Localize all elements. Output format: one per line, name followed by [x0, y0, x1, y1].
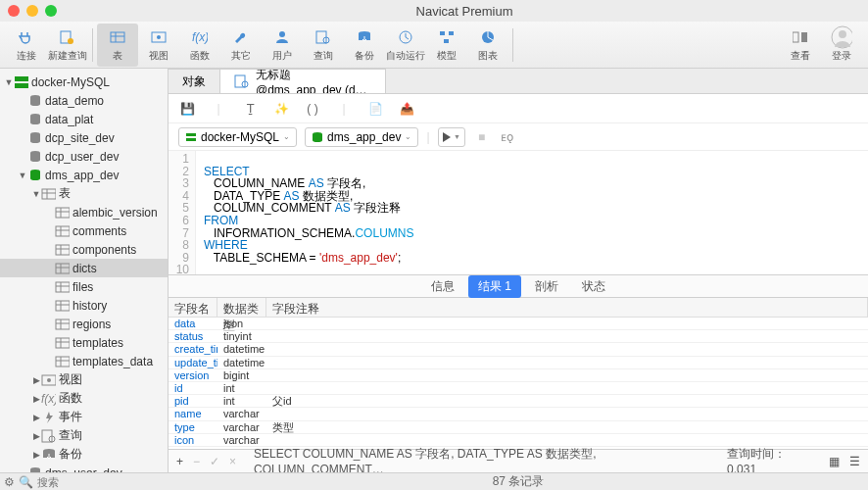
- result-row[interactable]: pidint父id: [169, 395, 868, 408]
- tree-node[interactable]: components: [0, 240, 168, 259]
- cell[interactable]: pid: [169, 395, 217, 407]
- cell[interactable]: [266, 357, 868, 368]
- toolbar-query[interactable]: 查询: [303, 24, 344, 67]
- cell[interactable]: type: [169, 421, 217, 433]
- column-header[interactable]: 数据类型: [217, 298, 266, 317]
- toolbar-view[interactable]: 视图: [138, 24, 179, 67]
- cell[interactable]: [266, 382, 868, 394]
- toolbar-panes[interactable]: 查看: [780, 24, 821, 67]
- toolbar-wrench[interactable]: 其它: [220, 24, 262, 67]
- result-row[interactable]: iconvarchar: [169, 434, 868, 447]
- disclosure-icon[interactable]: ▶: [31, 394, 41, 404]
- tree-node[interactable]: ▶视图: [0, 370, 168, 389]
- tree-node[interactable]: data_demo: [0, 91, 168, 110]
- result-row[interactable]: statustinyint: [169, 330, 868, 343]
- toolbar-user[interactable]: 用户: [262, 24, 303, 67]
- result-row[interactable]: idint: [169, 382, 868, 395]
- export-icon[interactable]: 📤: [398, 100, 415, 118]
- zoom-icon[interactable]: [45, 5, 57, 17]
- tree-node[interactable]: dms_user_dev: [0, 464, 168, 472]
- wand-icon[interactable]: ✨: [272, 100, 290, 118]
- toolbar-clock[interactable]: 自动运行: [385, 24, 426, 67]
- result-row[interactable]: versionbigint: [169, 369, 868, 382]
- disclosure-icon[interactable]: ▼: [4, 77, 14, 87]
- save-icon[interactable]: 💾: [178, 100, 196, 118]
- settings-icon[interactable]: ⚙: [4, 475, 15, 489]
- result-tab[interactable]: 信息: [421, 275, 464, 298]
- document-tab[interactable]: 对象: [169, 69, 220, 93]
- toolbar-table[interactable]: 表: [97, 24, 138, 67]
- result-row[interactable]: typevarchar类型: [169, 421, 868, 434]
- toolbar-newq[interactable]: 新建查询: [47, 24, 88, 67]
- form-view-icon[interactable]: ☰: [849, 455, 860, 468]
- cell[interactable]: datetime: [217, 357, 266, 368]
- result-row[interactable]: datajson: [169, 318, 868, 330]
- cell[interactable]: tinyint: [217, 330, 266, 342]
- tree-node[interactable]: history: [0, 296, 168, 315]
- brackets-icon[interactable]: ( ): [304, 100, 321, 118]
- disclosure-icon[interactable]: ▶: [31, 450, 41, 460]
- tree-node[interactable]: ▶查询: [0, 426, 168, 445]
- tree-node[interactable]: dicts: [0, 259, 168, 277]
- explain-icon[interactable]: ᴇǫ: [499, 128, 516, 146]
- minimize-icon[interactable]: [26, 5, 38, 17]
- tree-node[interactable]: comments: [0, 221, 168, 240]
- disclosure-icon[interactable]: ▶: [31, 375, 41, 385]
- tree-node[interactable]: ▼docker-MySQL: [0, 73, 168, 91]
- disclosure-icon[interactable]: ▼: [18, 171, 27, 180]
- cell[interactable]: data: [169, 318, 217, 329]
- cell[interactable]: [266, 408, 868, 419]
- result-row[interactable]: create_timdatetime: [169, 343, 868, 356]
- cell[interactable]: json: [217, 318, 266, 329]
- toolbar-fx[interactable]: f(x)函数: [179, 24, 220, 67]
- code-area[interactable]: SELECT COLUMN_NAME AS 字段名, DATA_TYPE AS …: [196, 151, 868, 274]
- toolbar-avatar[interactable]: 登录: [821, 24, 862, 67]
- result-tab[interactable]: 剖析: [525, 275, 568, 298]
- cell[interactable]: id: [169, 382, 217, 394]
- doc-icon[interactable]: 📄: [366, 100, 384, 118]
- result-rows[interactable]: datajsonstatustinyintcreate_timdatetimeu…: [169, 318, 868, 449]
- column-header[interactable]: 字段名: [169, 298, 217, 317]
- tree-node[interactable]: dcp_site_dev: [0, 128, 168, 147]
- cell[interactable]: status: [169, 330, 217, 342]
- result-row[interactable]: update_timdatetime: [169, 357, 868, 369]
- cell[interactable]: version: [169, 369, 217, 381]
- sql-editor[interactable]: 12345678910 SELECT COLUMN_NAME AS 字段名, D…: [169, 151, 868, 274]
- disclosure-icon[interactable]: ▶: [31, 413, 41, 422]
- document-tab[interactable]: 无标题 @dms_app_dev (d…: [219, 69, 386, 93]
- cell[interactable]: [266, 330, 868, 342]
- cell[interactable]: name: [169, 408, 217, 419]
- cell[interactable]: int: [217, 382, 266, 394]
- tree-node[interactable]: alembic_version: [0, 203, 168, 221]
- tree-node[interactable]: ▶备份: [0, 445, 168, 464]
- connection-combo[interactable]: docker-MySQL ⌄: [178, 127, 297, 147]
- cell[interactable]: varchar: [217, 408, 266, 419]
- run-button[interactable]: ▼: [438, 127, 465, 147]
- cell[interactable]: [266, 343, 868, 355]
- sidebar-tree[interactable]: ▼docker-MySQLdata_demodata_platdcp_site_…: [0, 69, 169, 472]
- result-tab[interactable]: 状态: [572, 275, 615, 298]
- cell[interactable]: 类型: [266, 421, 868, 433]
- tree-node[interactable]: ▶事件: [0, 408, 168, 426]
- disclosure-icon[interactable]: ▶: [31, 431, 41, 441]
- tree-node[interactable]: templates: [0, 333, 168, 352]
- cell[interactable]: update_tim: [169, 357, 217, 368]
- add-row-icon[interactable]: +: [176, 455, 183, 468]
- tree-node[interactable]: ▼dms_app_dev: [0, 166, 168, 184]
- result-tab[interactable]: 结果 1: [468, 275, 521, 298]
- grid-view-icon[interactable]: ▦: [829, 455, 840, 468]
- disclosure-icon[interactable]: ▼: [31, 189, 41, 199]
- tree-node[interactable]: ▼表: [0, 184, 168, 203]
- delete-row-icon[interactable]: −: [193, 455, 200, 468]
- stop-icon[interactable]: ■: [473, 128, 491, 146]
- cell[interactable]: [266, 434, 868, 446]
- cell[interactable]: [266, 318, 868, 329]
- format-icon[interactable]: Ṯ: [241, 100, 259, 118]
- cell[interactable]: datetime: [217, 343, 266, 355]
- search-input[interactable]: [37, 476, 172, 488]
- cell[interactable]: 父id: [266, 395, 868, 407]
- tree-node[interactable]: templates_data: [0, 352, 168, 370]
- cell[interactable]: [266, 369, 868, 381]
- cell[interactable]: varchar: [217, 434, 266, 446]
- toolbar-backup[interactable]: 备份: [344, 24, 385, 67]
